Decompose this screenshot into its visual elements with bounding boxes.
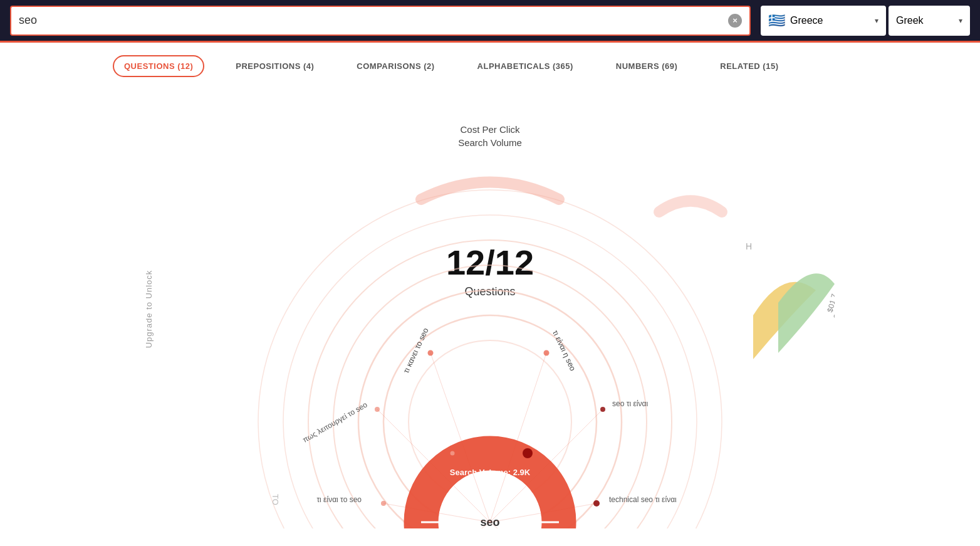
tab-prepositions[interactable]: PREPOSITIONS (4) (224, 55, 325, 77)
tab-related[interactable]: RELATED (15) (709, 55, 790, 77)
tab-numbers[interactable]: NUMBERS (69) (605, 55, 689, 77)
visualization-area: Cost Per Click Search Volume 12/12 Quest… (0, 90, 980, 528)
svg-point-15 (375, 407, 380, 412)
keyword-5: τι είναι το seo (316, 495, 362, 504)
country-selector[interactable]: 🇬🇷 Greece ▾ (761, 6, 886, 36)
tabs-bar: QUESTIONS (12) PREPOSITIONS (4) COMPARIS… (0, 43, 980, 90)
keyword-6: technical seo τι είναι (609, 495, 677, 504)
svg-point-27 (523, 448, 533, 458)
svg-point-26 (451, 451, 455, 456)
header: × 🇬🇷 Greece ▾ Greek ▾ (0, 0, 980, 43)
tab-alphabeticals[interactable]: ALPHABETICALS (365) (466, 55, 585, 77)
svg-point-11 (428, 350, 434, 356)
language-selector[interactable]: Greek ▾ (889, 6, 970, 36)
tab-comparisons[interactable]: COMPARISONS (2) (345, 55, 446, 77)
keyword-1: τι κανει το seo (402, 327, 430, 375)
keyword-4: seo τι είναι (612, 399, 648, 408)
search-container: × (10, 6, 751, 36)
svg-point-17 (600, 407, 605, 412)
svg-point-21 (593, 500, 600, 507)
svg-point-13 (544, 350, 550, 356)
tab-questions[interactable]: QUESTIONS (12) (113, 55, 204, 77)
radial-chart: $01.7 390 H TO seo Search Volume: 2.9K C… (145, 90, 835, 528)
country-name: Greece (790, 15, 870, 26)
country-chevron-icon: ▾ (875, 16, 878, 25)
country-flag-icon: 🇬🇷 (768, 13, 785, 29)
keyword-2: τι είναι η seo (551, 329, 577, 372)
language-chevron-icon: ▾ (959, 16, 962, 25)
close-icon: × (732, 16, 738, 25)
letter-h-label: H (746, 241, 752, 251)
donut-sv-label: Search Volume: 2.9K (450, 468, 531, 477)
language-name: Greek (896, 15, 954, 26)
search-clear-button[interactable]: × (728, 14, 742, 28)
svg-point-19 (381, 501, 386, 506)
search-input[interactable] (19, 14, 728, 27)
letter-to-label: TO (271, 494, 280, 505)
